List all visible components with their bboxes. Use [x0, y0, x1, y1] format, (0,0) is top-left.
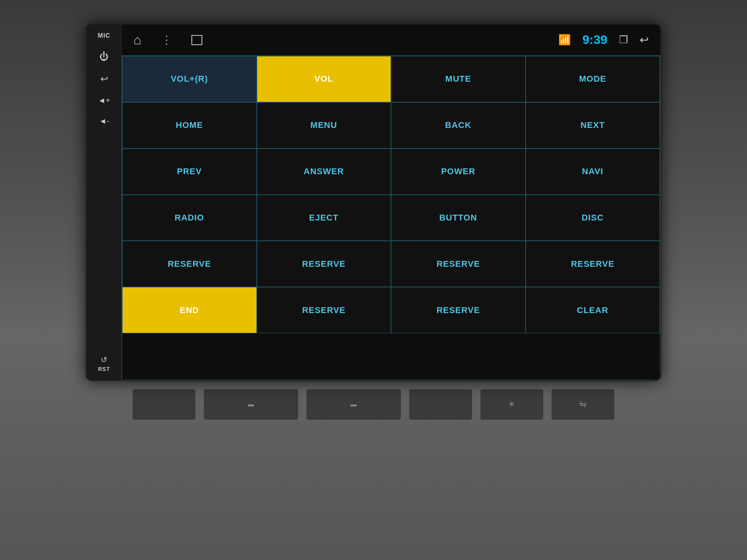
reserve-button-r2c2[interactable]: RESERVE — [257, 287, 391, 333]
reserve-button-r1c3[interactable]: RESERVE — [391, 241, 526, 287]
disc-button[interactable]: DISC — [526, 195, 660, 241]
hw-btn-1[interactable] — [132, 389, 196, 420]
reserve-button-r1c4[interactable]: RESERVE — [526, 241, 660, 287]
main-display: ⌂ ⋮ 📶 9:39 ❐ ↩ VOL+(R) V — [122, 24, 660, 380]
bluetooth-icon: 📶 — [558, 34, 571, 46]
car-surround: MIC ⏻ ↩ ◄+ ◄- ↺ RST ⌂ ⋮ 📶 9:39 — [0, 0, 747, 560]
top-bar-right: 📶 9:39 ❐ ↩ — [558, 33, 649, 47]
back-button[interactable]: BACK — [391, 102, 526, 149]
mode-button[interactable]: MODE — [526, 56, 660, 102]
screen-unit: MIC ⏻ ↩ ◄+ ◄- ↺ RST ⌂ ⋮ 📶 9:39 — [86, 23, 661, 381]
menu-button[interactable]: MENU — [257, 102, 391, 149]
menu-dots-icon[interactable]: ⋮ — [161, 33, 172, 46]
prev-button[interactable]: PREV — [122, 149, 257, 195]
button-grid: VOL+(R) VOL MUTE MODE HOME MENU — [122, 56, 660, 380]
clear-button[interactable]: CLEAR — [526, 287, 660, 333]
top-bar: ⌂ ⋮ 📶 9:39 ❐ ↩ — [122, 24, 660, 56]
rst-label: RST — [98, 366, 110, 372]
hw-icon-2: ▬ — [248, 401, 254, 408]
next-button[interactable]: NEXT — [526, 102, 660, 149]
side-controls: MIC ⏻ ↩ ◄+ ◄- ↺ RST — [87, 24, 122, 380]
answer-button[interactable]: ANSWER — [257, 149, 391, 195]
mute-button[interactable]: MUTE — [391, 56, 526, 102]
reserve-button-r1c1[interactable]: RESERVE — [122, 241, 257, 287]
square-icon[interactable] — [191, 35, 202, 45]
reserve-button-r1c2[interactable]: RESERVE — [257, 241, 391, 287]
hw-icon-5: ☀ — [508, 399, 516, 410]
top-bar-left: ⌂ ⋮ — [133, 32, 202, 47]
mic-label: MIC — [98, 32, 110, 39]
reserve-button-r2c3[interactable]: RESERVE — [391, 287, 526, 333]
button-grid-btn[interactable]: BUTTON — [391, 195, 526, 241]
vol-down-button[interactable]: ◄- — [99, 117, 109, 126]
end-button[interactable]: END — [122, 287, 257, 333]
navi-button[interactable]: NAVI — [526, 149, 660, 195]
vol-up-button[interactable]: ◄+ — [98, 96, 110, 105]
radio-button[interactable]: RADIO — [122, 195, 257, 241]
hw-btn-3[interactable]: ▬ — [306, 389, 401, 420]
hw-btn-2[interactable]: ▬ — [203, 389, 298, 420]
hw-btn-6[interactable]: ⇋ — [551, 389, 615, 420]
window-icon[interactable]: ❐ — [619, 34, 628, 46]
power-button[interactable]: ⏻ — [100, 51, 109, 62]
home-button[interactable]: HOME — [122, 102, 257, 149]
home-icon[interactable]: ⌂ — [133, 32, 142, 47]
hardware-buttons-row: ▬ ▬ ☀ ⇋ — [86, 389, 661, 420]
clock: 9:39 — [582, 33, 607, 47]
power-grid-button[interactable]: POWER — [391, 149, 526, 195]
hw-btn-5[interactable]: ☀ — [480, 389, 544, 420]
eject-button[interactable]: EJECT — [257, 195, 391, 241]
hw-btn-4[interactable] — [409, 389, 472, 420]
vol-button[interactable]: VOL — [257, 56, 391, 102]
back-icon-top[interactable]: ↩ — [640, 33, 649, 46]
rst-icon[interactable]: ↺ — [101, 355, 107, 364]
vol-plus-r-button[interactable]: VOL+(R) — [122, 56, 257, 102]
hw-icon-3: ▬ — [351, 401, 357, 408]
back-button-side[interactable]: ↩ — [100, 74, 108, 84]
hw-icon-6: ⇋ — [579, 399, 586, 410]
